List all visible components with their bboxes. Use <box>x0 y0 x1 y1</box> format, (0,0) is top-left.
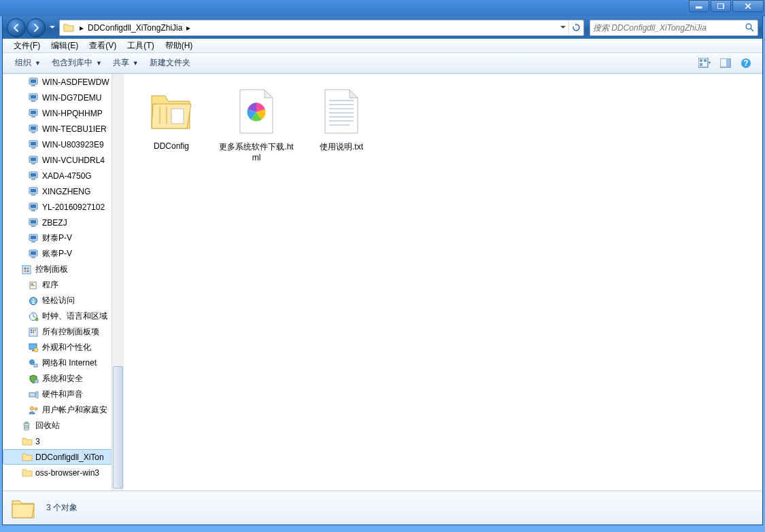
folder-icon <box>22 467 33 478</box>
tree-item[interactable]: 硬件和声音 <box>3 387 123 402</box>
tree-item-label: 轻松访问 <box>42 295 75 306</box>
svg-rect-72 <box>36 391 38 398</box>
svg-point-67 <box>34 348 38 352</box>
tree-item[interactable]: XINGZHENG <box>3 183 123 199</box>
html-icon <box>229 85 284 139</box>
view-mode-button[interactable] <box>696 55 715 71</box>
file-item[interactable]: DDConfig <box>131 81 212 155</box>
navigation-tree[interactable]: WIN-ASDFEWDWWIN-DG7DEMUWIN-HPQHHMPWIN-TE… <box>3 74 124 491</box>
tree-item-label: WIN-HPQHHMP <box>42 109 103 118</box>
tree-item[interactable]: 所有控制面板项 <box>3 324 123 340</box>
tree-item[interactable]: 轻松访问 <box>3 293 123 308</box>
menu-help[interactable]: 帮助(H) <box>160 39 199 52</box>
tree-item[interactable]: 系统和安全 <box>3 371 123 387</box>
minimize-button[interactable] <box>689 0 709 12</box>
svg-rect-45 <box>31 251 36 255</box>
tree-item-label: WIN-TECBU1IER <box>42 124 107 134</box>
tree-item[interactable]: 回收站 <box>3 418 123 433</box>
tree-scrollbar[interactable] <box>112 74 123 491</box>
menu-view[interactable]: 查看(V) <box>84 39 122 52</box>
svg-rect-28 <box>31 163 35 164</box>
tree-item[interactable]: oss-browser-win3 <box>3 465 123 480</box>
tree-item[interactable]: 3 <box>3 433 123 449</box>
share-button[interactable]: 共享▼ <box>107 55 144 71</box>
tree-item[interactable]: 财泰P-V <box>3 230 123 246</box>
breadcrumb-current[interactable]: DDConfigdll_XiTongZhiJia <box>86 20 184 35</box>
tree-item[interactable]: ZBEZJ <box>3 215 123 230</box>
tree-item-label: XINGZHENG <box>42 187 90 196</box>
tree-item[interactable]: 网络和 Internet <box>3 355 123 371</box>
address-dropdown[interactable] <box>556 20 568 35</box>
tree-item[interactable]: 控制面板 <box>3 262 123 277</box>
forward-button[interactable] <box>27 18 46 37</box>
close-button[interactable] <box>732 0 764 12</box>
tree-item-label: XADA-4750G <box>42 171 92 181</box>
tree-item[interactable]: 外观和个性化 <box>3 340 123 355</box>
tree-item[interactable]: WIN-HPQHHMP <box>3 105 123 121</box>
tree-item-label: 硬件和声音 <box>42 389 83 400</box>
title-bar[interactable] <box>0 0 765 16</box>
command-bar: 组织▼ 包含到库中▼ 共享▼ 新建文件夹 ? <box>3 53 762 73</box>
breadcrumb-sep0[interactable]: ▸ <box>78 23 86 33</box>
tree-item[interactable]: 用户帐户和家庭安 <box>3 402 123 418</box>
tree-item[interactable]: WIN-VCUHDRL4 <box>3 152 123 168</box>
svg-rect-54 <box>31 285 35 286</box>
svg-rect-19 <box>31 116 35 118</box>
include-library-button[interactable]: 包含到库中▼ <box>46 55 107 71</box>
tree-item[interactable]: 时钟、语言和区域 <box>3 308 123 324</box>
pc-icon <box>29 233 39 244</box>
organize-button[interactable]: 组织▼ <box>10 55 46 71</box>
svg-point-2 <box>746 24 751 29</box>
tree-item-label: WIN-U803923E9 <box>42 140 104 149</box>
svg-point-48 <box>24 267 27 269</box>
tree-item[interactable]: WIN-U803923E9 <box>3 137 123 152</box>
breadcrumb-sep1[interactable]: ▸ <box>184 23 192 33</box>
preview-pane-button[interactable] <box>716 55 735 71</box>
svg-point-75 <box>35 408 37 410</box>
scrollbar-thumb[interactable] <box>113 366 123 489</box>
tree-item[interactable]: XADA-4750G <box>3 168 123 183</box>
tree-item[interactable]: WIN-TECBU1IER <box>3 121 123 137</box>
history-dropdown[interactable] <box>48 22 56 34</box>
search-box[interactable] <box>590 20 758 36</box>
tree-item[interactable]: 账泰P-V <box>3 246 123 262</box>
svg-rect-22 <box>31 132 35 133</box>
tree-item-label: WIN-DG7DEMU <box>42 93 101 103</box>
tree-item[interactable]: 程序 <box>3 277 123 293</box>
tree-item[interactable]: DDConfigdll_XiTon <box>3 449 123 465</box>
tree-item-label: 回收站 <box>35 420 60 431</box>
new-folder-button[interactable]: 新建文件夹 <box>144 55 196 71</box>
menu-tools[interactable]: 工具(T) <box>122 39 159 52</box>
back-button[interactable] <box>7 18 26 37</box>
security-icon <box>29 374 39 385</box>
status-bar: 3 个对象 <box>3 491 762 525</box>
svg-point-49 <box>27 267 29 269</box>
svg-rect-71 <box>29 393 35 397</box>
menu-edit[interactable]: 编辑(E) <box>46 39 84 52</box>
menu-file[interactable]: 文件(F) <box>8 39 46 52</box>
help-button[interactable]: ? <box>736 55 755 71</box>
file-item[interactable]: 使用说明.txt <box>301 81 382 157</box>
refresh-button[interactable] <box>568 20 583 35</box>
search-icon[interactable] <box>744 22 755 33</box>
svg-rect-5 <box>704 59 707 62</box>
folder-icon <box>22 452 33 463</box>
tree-item-label: 系统和安全 <box>42 373 83 385</box>
tree-item[interactable]: WIN-ASDFEWDW <box>3 74 123 90</box>
svg-rect-64 <box>33 332 34 333</box>
svg-rect-8 <box>726 59 730 67</box>
pc-icon <box>29 171 39 181</box>
search-input[interactable] <box>593 23 744 33</box>
svg-rect-6 <box>700 63 702 66</box>
file-item[interactable]: 更多系统软件下载.html <box>216 81 297 166</box>
tree-item[interactable]: WIN-DG7DEMU <box>3 90 123 105</box>
window-frame: ▸ DDConfigdll_XiTongZhiJia ▸ 文件(F) 编辑(E)… <box>0 0 765 532</box>
file-pane[interactable]: DDConfig更多系统软件下载.html使用说明.txt <box>124 74 762 491</box>
svg-rect-62 <box>35 330 36 331</box>
address-bar[interactable]: ▸ DDConfigdll_XiTongZhiJia ▸ <box>59 20 584 36</box>
maximize-button[interactable] <box>711 0 731 12</box>
tree-item[interactable]: YL-20160927102 <box>3 199 123 215</box>
svg-rect-4 <box>700 59 702 62</box>
svg-rect-43 <box>31 241 35 243</box>
file-label: 使用说明.txt <box>320 141 363 153</box>
